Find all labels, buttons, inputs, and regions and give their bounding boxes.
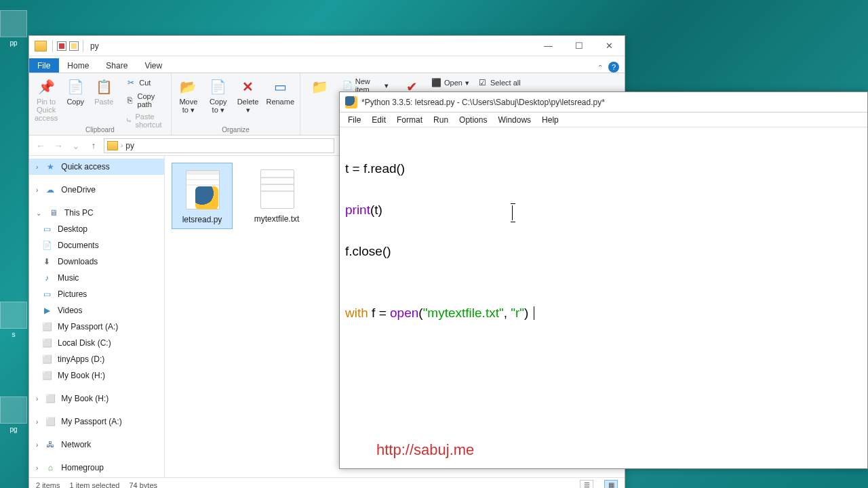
menu-run[interactable]: Run bbox=[428, 114, 454, 126]
pin-icon: 📌 bbox=[35, 77, 57, 96]
rename-icon: ▭ bbox=[269, 77, 291, 96]
watermark-url: http://sabuj.me bbox=[376, 438, 474, 462]
folder-icon: 📁 bbox=[309, 77, 331, 96]
code-line: t = f.read() bbox=[345, 159, 862, 179]
desktop-icon: ▭ bbox=[41, 224, 52, 235]
menu-help[interactable]: Help bbox=[536, 114, 564, 126]
tab-home[interactable]: Home bbox=[59, 58, 98, 73]
sidebar-item-drive[interactable]: ⬜tinyApps (D:) bbox=[29, 351, 164, 367]
copy-to-icon: 📄 bbox=[208, 77, 229, 96]
code-line: with f = open("mytextfile.txt", "r") bbox=[345, 303, 862, 323]
sidebar-item-documents[interactable]: 📄Documents bbox=[29, 237, 164, 253]
qat-icon[interactable] bbox=[69, 41, 79, 51]
tab-file[interactable]: File bbox=[29, 58, 59, 73]
window-title: *Python 3.3.5: letsread.py - C:\Users\Sa… bbox=[361, 98, 605, 107]
status-item-count: 2 items bbox=[36, 481, 60, 489]
menu-options[interactable]: Options bbox=[454, 114, 492, 126]
tab-share[interactable]: Share bbox=[98, 58, 136, 73]
paste-button[interactable]: 📋 Paste bbox=[92, 76, 116, 107]
menu-format[interactable]: Format bbox=[391, 114, 428, 126]
file-item[interactable]: letsread.py bbox=[172, 163, 233, 229]
sidebar-item-drive[interactable]: ⬜My Passport (A:) bbox=[29, 319, 164, 335]
sidebar-item-videos[interactable]: ▶Videos bbox=[29, 302, 164, 319]
folder-icon bbox=[107, 141, 118, 150]
pin-quick-access-button[interactable]: 📌 Pin to Quick access bbox=[33, 76, 59, 123]
file-label: mytextfile.txt bbox=[254, 214, 300, 224]
sidebar-item-drive[interactable]: ⬜My Passport (A:) bbox=[29, 413, 164, 430]
move-to-button[interactable]: 📂 Move to ▾ bbox=[176, 76, 201, 116]
scissors-icon: ✂ bbox=[125, 77, 136, 88]
music-icon: ♪ bbox=[41, 272, 52, 283]
desktop-icon[interactable]: s bbox=[0, 302, 31, 338]
window-title: py bbox=[90, 41, 99, 51]
sidebar-item-onedrive[interactable]: ☁OneDrive bbox=[29, 182, 164, 198]
sidebar-item-pictures[interactable]: ▭Pictures bbox=[29, 286, 164, 302]
close-button[interactable]: ✕ bbox=[594, 37, 625, 56]
sidebar-item-network[interactable]: 🖧Network bbox=[29, 436, 164, 453]
minimize-button[interactable]: — bbox=[533, 37, 564, 56]
menu-edit[interactable]: Edit bbox=[366, 114, 391, 126]
open-icon: ⬛ bbox=[431, 77, 441, 88]
homegroup-icon: ⌂ bbox=[45, 462, 56, 473]
tab-view[interactable]: View bbox=[136, 58, 171, 73]
up-button[interactable]: ↑ bbox=[86, 138, 101, 153]
copy-path-button[interactable]: ⎘Copy path bbox=[123, 91, 168, 110]
sidebar-item-homegroup[interactable]: ⌂Homegroup bbox=[29, 460, 164, 476]
maximize-button[interactable]: ☐ bbox=[564, 37, 594, 56]
desktop-icon[interactable]: pp bbox=[0, 10, 31, 47]
sidebar-item-quick-access[interactable]: ★Quick access bbox=[29, 159, 164, 175]
copy-button[interactable]: 📄 Copy bbox=[63, 76, 87, 107]
breadcrumb[interactable]: › py bbox=[104, 138, 334, 153]
rename-button[interactable]: ▭ Rename bbox=[264, 76, 296, 107]
sidebar-item-this-pc[interactable]: 🖥This PC bbox=[29, 205, 164, 221]
text-file-icon bbox=[255, 167, 298, 210]
recent-button[interactable]: ⌄ bbox=[68, 138, 83, 153]
sidebar-item-desktop[interactable]: ▭Desktop bbox=[29, 221, 164, 237]
network-icon: 🖧 bbox=[45, 439, 56, 450]
delete-icon: ✕ bbox=[237, 77, 259, 96]
sidebar-item-music[interactable]: ♪Music bbox=[29, 270, 164, 286]
group-label: Clipboard bbox=[29, 126, 171, 134]
delete-button[interactable]: ✕ Delete ▾ bbox=[235, 76, 261, 116]
back-button[interactable]: ← bbox=[33, 138, 48, 153]
paste-shortcut-icon: ⤷ bbox=[125, 115, 132, 126]
help-icon[interactable]: ? bbox=[608, 62, 619, 73]
cut-button[interactable]: ✂Cut bbox=[123, 76, 168, 89]
collapse-ribbon-icon[interactable]: ⌃ bbox=[597, 64, 603, 71]
documents-icon: 📄 bbox=[41, 240, 52, 251]
star-icon: ★ bbox=[45, 161, 56, 172]
folder-icon bbox=[35, 41, 47, 52]
sidebar-item-drive[interactable]: ⬜My Book (H:) bbox=[29, 367, 164, 384]
new-folder-button[interactable]: 📁 bbox=[304, 76, 336, 99]
breadcrumb-segment[interactable]: py bbox=[125, 141, 134, 150]
text-cursor bbox=[534, 306, 534, 320]
menu-file[interactable]: File bbox=[342, 114, 366, 126]
menu-windows[interactable]: Windows bbox=[492, 114, 536, 126]
view-icons-button[interactable]: ▦ bbox=[604, 480, 618, 489]
explorer-titlebar[interactable]: py — ☐ ✕ bbox=[29, 36, 625, 56]
sidebar-item-drive[interactable]: ⬜My Book (H:) bbox=[29, 390, 164, 407]
idle-titlebar[interactable]: *Python 3.3.5: letsread.py - C:\Users\Sa… bbox=[340, 92, 867, 113]
sidebar-item-drive[interactable]: ⬜Local Disk (C:) bbox=[29, 335, 164, 351]
sidebar-item-downloads[interactable]: ⬇Downloads bbox=[29, 253, 164, 270]
drive-icon: ⬜ bbox=[41, 370, 52, 381]
pc-icon: 🖥 bbox=[48, 207, 59, 218]
code-editor[interactable]: t = f.read() print(t) f.close() with f =… bbox=[340, 127, 867, 468]
select-all-button[interactable]: ☑Select all bbox=[474, 76, 620, 89]
drive-icon: ⬜ bbox=[41, 321, 52, 332]
drive-icon: ⬜ bbox=[41, 338, 52, 348]
file-item[interactable]: mytextfile.txt bbox=[246, 163, 307, 228]
chevron-right-icon[interactable]: › bbox=[121, 142, 123, 149]
idle-menubar: File Edit Format Run Options Windows Hel… bbox=[340, 113, 867, 127]
qat-icon[interactable] bbox=[57, 41, 66, 51]
drive-icon: ⬜ bbox=[45, 416, 56, 427]
desktop-icon[interactable]: pg bbox=[0, 396, 31, 433]
status-size: 74 bytes bbox=[129, 481, 157, 489]
status-selected: 1 item selected bbox=[69, 481, 119, 489]
idle-window: *Python 3.3.5: letsread.py - C:\Users\Sa… bbox=[339, 92, 868, 469]
open-button[interactable]: ⬛Open ▾ bbox=[428, 76, 472, 89]
python-file-icon bbox=[180, 167, 224, 211]
forward-button[interactable]: → bbox=[51, 138, 66, 153]
view-details-button[interactable]: ☰ bbox=[580, 480, 593, 489]
copy-to-button[interactable]: 📄 Copy to ▾ bbox=[205, 76, 231, 116]
